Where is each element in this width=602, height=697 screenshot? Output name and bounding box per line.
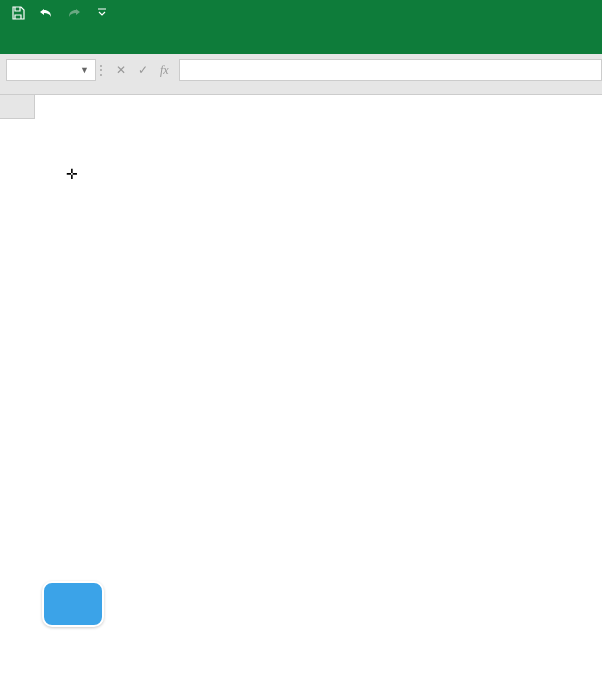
quick-access-toolbar [0,3,112,23]
save-icon[interactable] [8,3,28,23]
redo-icon[interactable] [64,3,84,23]
alt-key-overlay [42,581,104,627]
tab-formulas[interactable] [84,34,104,46]
undo-icon[interactable] [36,3,56,23]
enter-icon[interactable]: ✓ [138,63,148,77]
tab-developer[interactable] [164,34,184,46]
tab-view[interactable] [144,34,164,46]
tab-home[interactable] [24,34,44,46]
titlebar [0,0,602,26]
fx-icon[interactable]: fx [160,63,169,78]
tab-insert[interactable] [44,34,64,46]
formula-bar-buttons: ✕ ✓ fx [106,63,179,78]
ribbon-tabs [0,26,602,54]
formula-bar-area: ▼ ⋮ ✕ ✓ fx [0,54,602,95]
select-all-corner[interactable] [0,95,35,119]
cancel-icon[interactable]: ✕ [116,63,126,77]
cell-cursor-icon: ✛ [66,166,78,182]
tab-abbyy[interactable] [184,34,204,46]
tab-page-layout[interactable] [64,34,84,46]
formula-bar: ▼ ⋮ ✕ ✓ fx [0,58,602,82]
tab-file[interactable] [0,34,24,46]
formula-input[interactable] [179,59,602,81]
name-box[interactable]: ▼ [6,59,96,81]
sheet-header-row [0,95,602,119]
qat-dropdown-icon[interactable] [92,3,112,23]
formula-bar-separator: ⋮ [96,63,106,77]
name-box-dropdown-icon[interactable]: ▼ [80,65,89,75]
tab-review[interactable] [124,34,144,46]
tab-data[interactable] [104,34,124,46]
